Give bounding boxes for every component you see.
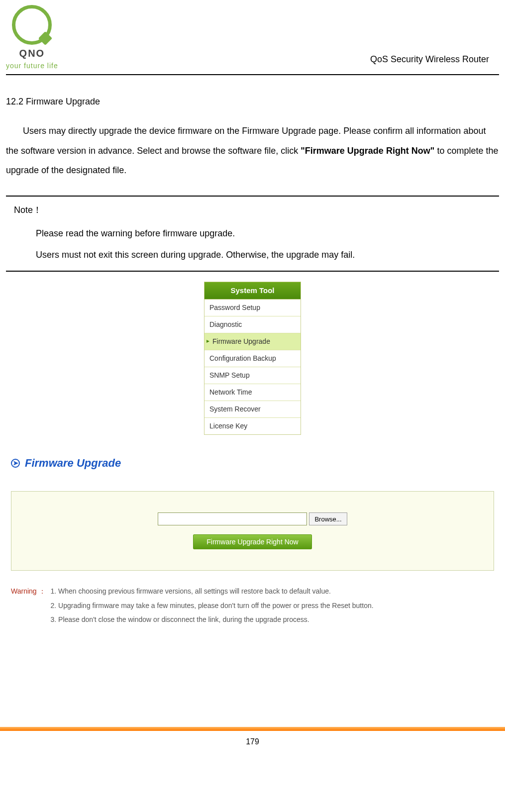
page-number: 179 <box>0 731 505 761</box>
note-line-2: Users must not exit this screen during u… <box>36 248 494 262</box>
upload-box: Browse... Firmware Upgrade Right Now <box>11 491 494 571</box>
brand-tagline: your future life <box>6 61 58 71</box>
browse-button[interactable]: Browse... <box>309 512 347 525</box>
warning-item-2: 2. Upgrading firmware may take a few min… <box>51 599 374 612</box>
menu-item-network-time[interactable]: Network Time <box>204 384 301 401</box>
note-block: Note！ Please read the warning before fir… <box>6 196 499 272</box>
brand-logo: QNO your future life <box>6 5 58 71</box>
note-line-1: Please read the warning before firmware … <box>36 227 494 240</box>
panel-heading-text: Firmware Upgrade <box>25 455 121 471</box>
arrow-circle-icon: ➤ <box>11 459 20 468</box>
q-logo-icon <box>12 5 52 45</box>
note-title: Note！ <box>14 203 494 217</box>
footer-accent-bar <box>0 727 505 731</box>
warning-item-1: 1. When choosing previous firmware versi… <box>51 585 374 598</box>
menu-item-diagnostic[interactable]: Diagnostic <box>204 316 301 333</box>
menu-header: System Tool <box>204 282 301 300</box>
menu-item-snmp-setup[interactable]: SNMP Setup <box>204 367 301 384</box>
warning-label: Warning ： <box>11 585 46 627</box>
menu-item-configuration-backup[interactable]: Configuration Backup <box>204 350 301 367</box>
brand-text: QNO <box>6 46 58 61</box>
warning-item-3: 3. Please don't close the window or disc… <box>51 613 374 626</box>
menu-item-firmware-upgrade[interactable]: Firmware Upgrade <box>204 333 301 350</box>
firmware-upgrade-button[interactable]: Firmware Upgrade Right Now <box>193 534 311 549</box>
warning-block: Warning ： 1. When choosing previous firm… <box>11 585 494 627</box>
header-divider <box>6 74 499 75</box>
product-name: QoS Security Wireless Router <box>370 53 489 71</box>
panel-heading: ➤ Firmware Upgrade <box>11 455 494 471</box>
menu-item-system-recover[interactable]: System Recover <box>204 401 301 418</box>
section-title: 12.2 Firmware Upgrade <box>6 95 499 108</box>
menu-item-password-setup[interactable]: Password Setup <box>204 300 301 316</box>
system-tool-menu: System Tool Password Setup Diagnostic Fi… <box>204 282 301 435</box>
paragraph-bold: "Firmware Upgrade Right Now" <box>301 146 434 156</box>
menu-item-license-key[interactable]: License Key <box>204 418 301 434</box>
section-paragraph: Users may directly upgrade the device fi… <box>6 121 499 181</box>
firmware-file-input[interactable] <box>158 512 307 525</box>
